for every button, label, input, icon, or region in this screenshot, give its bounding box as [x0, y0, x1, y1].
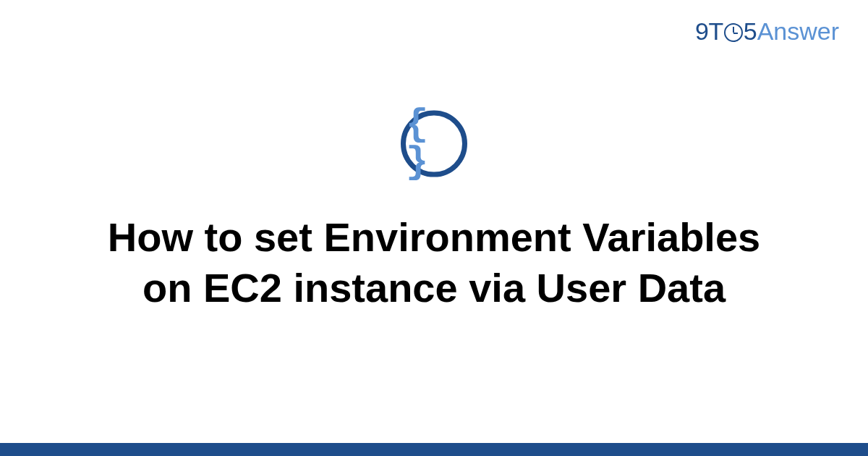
site-logo: 9T 5 Answer: [695, 17, 839, 46]
page-title: How to set Environment Variables on EC2 …: [51, 212, 817, 313]
logo-text-answer: Answer: [757, 17, 839, 46]
logo-text-5: 5: [744, 17, 757, 46]
main-content: { } How to set Environment Variables on …: [0, 111, 868, 313]
footer-accent-bar: [0, 443, 868, 456]
code-braces-icon: { }: [401, 111, 467, 177]
logo-text-9t: 9T: [695, 17, 723, 46]
clock-icon: [724, 23, 743, 42]
braces-glyph: { }: [406, 106, 462, 182]
